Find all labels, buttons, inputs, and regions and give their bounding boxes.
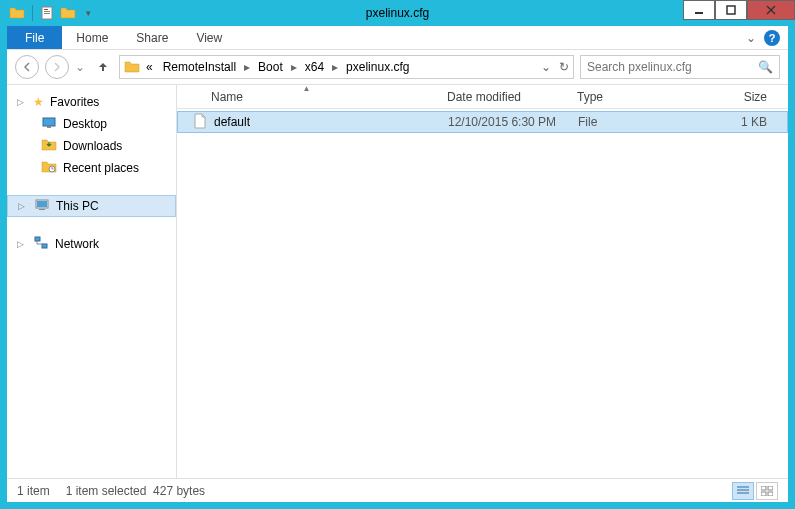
newfolder-icon[interactable]: [59, 4, 77, 22]
column-headers: ▲Name Date modified Type Size: [177, 85, 788, 109]
tab-share[interactable]: Share: [122, 26, 182, 49]
status-count: 1 item: [17, 484, 50, 498]
file-list: ▲Name Date modified Type Size default 12…: [177, 85, 788, 478]
breadcrumb-x64[interactable]: x64: [301, 60, 328, 74]
expand-icon[interactable]: ▷: [17, 239, 27, 249]
status-selected: 1 item selected: [66, 484, 147, 498]
nav-pane: ▷ ★ Favorites Desktop Downloads: [7, 85, 177, 478]
svg-rect-1: [44, 9, 48, 10]
status-bytes: 427 bytes: [153, 484, 205, 498]
back-button[interactable]: [15, 55, 39, 79]
nav-label: Recent places: [63, 161, 139, 175]
search-input[interactable]: [587, 60, 758, 74]
address-dropdown-icon[interactable]: ⌄: [541, 60, 551, 74]
properties-icon[interactable]: [39, 4, 57, 22]
file-icon: [192, 113, 208, 132]
ribbon: File Home Share View ⌄ ?: [7, 26, 788, 50]
search-icon[interactable]: 🔍: [758, 60, 773, 74]
nav-label: Network: [55, 237, 99, 251]
refresh-icon[interactable]: ↻: [559, 60, 569, 74]
ribbon-expand-icon[interactable]: ⌄: [746, 31, 756, 45]
nav-label: Downloads: [63, 139, 122, 153]
svg-rect-2: [44, 11, 50, 12]
nav-downloads[interactable]: Downloads: [7, 135, 176, 157]
recent-icon: [41, 159, 57, 178]
view-icons-button[interactable]: [756, 482, 778, 500]
svg-rect-3: [44, 13, 50, 14]
svg-rect-15: [42, 244, 47, 248]
nav-thispc[interactable]: ▷ This PC: [7, 195, 176, 217]
svg-rect-20: [768, 486, 773, 490]
col-type[interactable]: Type: [567, 85, 657, 108]
nav-recent[interactable]: Recent places: [7, 157, 176, 179]
nav-label: Desktop: [63, 117, 107, 131]
breadcrumb-lead[interactable]: «: [142, 60, 157, 74]
qat-separator: [32, 5, 33, 21]
nav-label: Favorites: [50, 95, 99, 109]
expand-icon[interactable]: ▷: [18, 201, 28, 211]
svg-rect-13: [39, 209, 45, 210]
downloads-icon: [41, 137, 57, 156]
address-bar: ⌄ « RemoteInstall ▸ Boot ▸ x64 ▸ pxelinu…: [7, 50, 788, 84]
folder-icon: [8, 4, 26, 22]
sort-asc-icon: ▲: [303, 84, 311, 93]
star-icon: ★: [33, 95, 44, 109]
svg-rect-5: [727, 6, 735, 14]
file-row[interactable]: default 12/10/2015 6:30 PM File 1 KB: [177, 111, 788, 133]
svg-rect-19: [761, 486, 766, 490]
network-icon: [33, 235, 49, 254]
col-name[interactable]: ▲Name: [177, 85, 437, 108]
tab-view[interactable]: View: [182, 26, 236, 49]
chevron-right-icon[interactable]: ▸: [289, 60, 299, 74]
explorer-window: ▾ pxelinux.cfg File Home Share View ⌄ ? …: [0, 0, 795, 509]
col-date[interactable]: Date modified: [437, 85, 567, 108]
svg-rect-14: [35, 237, 40, 241]
expand-icon[interactable]: ▷: [17, 97, 27, 107]
forward-button[interactable]: [45, 55, 69, 79]
chevron-right-icon[interactable]: ▸: [330, 60, 340, 74]
svg-rect-8: [43, 118, 55, 126]
history-dropdown-icon[interactable]: ⌄: [75, 60, 87, 74]
titlebar: ▾ pxelinux.cfg: [0, 0, 795, 26]
svg-rect-12: [37, 201, 47, 207]
body: ▷ ★ Favorites Desktop Downloads: [7, 84, 788, 478]
nav-label: This PC: [56, 199, 99, 213]
close-button[interactable]: [747, 0, 795, 20]
file-tab[interactable]: File: [7, 26, 62, 49]
breadcrumb[interactable]: « RemoteInstall ▸ Boot ▸ x64 ▸ pxelinux.…: [119, 55, 574, 79]
computer-icon: [34, 197, 50, 216]
desktop-icon: [41, 115, 57, 134]
breadcrumb-boot[interactable]: Boot: [254, 60, 287, 74]
svg-rect-21: [761, 492, 766, 496]
file-date: 12/10/2015 6:30 PM: [438, 115, 568, 129]
breadcrumb-remoteinstall[interactable]: RemoteInstall: [159, 60, 240, 74]
status-bar: 1 item 1 item selected 427 bytes: [7, 478, 788, 502]
minimize-button[interactable]: [683, 0, 715, 20]
folder-icon: [124, 59, 140, 75]
chevron-right-icon[interactable]: ▸: [242, 60, 252, 74]
view-details-button[interactable]: [732, 482, 754, 500]
file-type: File: [568, 115, 658, 129]
nav-favorites[interactable]: ▷ ★ Favorites: [7, 91, 176, 113]
qat-dropdown-icon[interactable]: ▾: [79, 4, 97, 22]
file-name: default: [214, 115, 250, 129]
maximize-button[interactable]: [715, 0, 747, 20]
help-icon[interactable]: ?: [764, 30, 780, 46]
tab-home[interactable]: Home: [62, 26, 122, 49]
file-size: 1 KB: [658, 115, 787, 129]
svg-rect-9: [47, 126, 51, 128]
breadcrumb-pxelinux[interactable]: pxelinux.cfg: [342, 60, 413, 74]
search-box[interactable]: 🔍: [580, 55, 780, 79]
col-size[interactable]: Size: [657, 85, 788, 108]
up-button[interactable]: [93, 57, 113, 77]
window-title: pxelinux.cfg: [366, 6, 429, 20]
nav-network[interactable]: ▷ Network: [7, 233, 176, 255]
nav-desktop[interactable]: Desktop: [7, 113, 176, 135]
svg-rect-22: [768, 492, 773, 496]
